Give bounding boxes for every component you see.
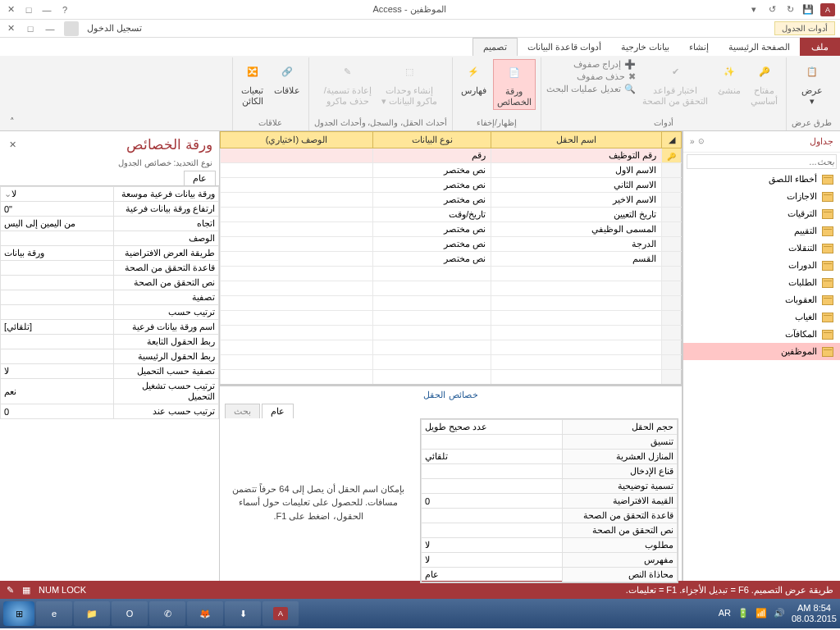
- cell-fieldname[interactable]: الاسم الاخير: [491, 193, 662, 208]
- indexes-button[interactable]: ⚡فهارس: [458, 59, 490, 98]
- propsheet-row[interactable]: ترتيب حسب: [1, 305, 219, 320]
- propsheet-value[interactable]: 0: [1, 404, 114, 419]
- propsheet-table[interactable]: ورقة بيانات فرعية موسعةلا ⌄ارتفاع ورقة ب…: [0, 186, 219, 419]
- cell-fieldname[interactable]: رقم التوظيف: [491, 148, 662, 163]
- nav-item[interactable]: الموظفين: [683, 343, 840, 360]
- row-selector[interactable]: [662, 208, 682, 222]
- view-design-icon[interactable]: ✎: [7, 585, 14, 596]
- cell-description[interactable]: [221, 237, 373, 252]
- fieldprop-value[interactable]: [422, 435, 563, 450]
- cell-datatype[interactable]: نص مختصر: [372, 222, 491, 237]
- view-datasheet-icon[interactable]: ▦: [22, 585, 30, 596]
- taskbar-idm-icon[interactable]: ⬇: [225, 601, 261, 626]
- customize-qat-icon[interactable]: ▾: [748, 4, 760, 16]
- nav-dropdown-icon[interactable]: ⊙: [698, 137, 705, 146]
- taskbar-firefox-icon[interactable]: 🦊: [187, 601, 223, 626]
- nav-shutter-icon[interactable]: «: [690, 137, 695, 146]
- cell-description[interactable]: [221, 178, 373, 193]
- tab-design[interactable]: تصميم: [472, 38, 518, 56]
- propsheet-row[interactable]: قاعدة التحقق من الصحة: [1, 261, 219, 276]
- propsheet-value[interactable]: [1, 335, 114, 349]
- field-row[interactable]: الاسم الثانينص مختصر: [221, 178, 682, 193]
- propsheet-row[interactable]: ترتيب حسب تشغيل التحميلنعم: [1, 379, 219, 404]
- cell-description[interactable]: [221, 163, 373, 178]
- delete-rows-button[interactable]: ✖حذف صفوف: [577, 71, 636, 82]
- test-rules-button[interactable]: ✔اختبار قواعد التحقق من الصحة: [639, 59, 711, 108]
- col-datatype[interactable]: نوع البيانات: [372, 132, 491, 148]
- view-button[interactable]: 📋عرض▾: [797, 59, 827, 108]
- propsheet-value[interactable]: [1, 276, 114, 290]
- propsheet-close-icon[interactable]: ✕: [7, 139, 18, 151]
- field-row-empty[interactable]: [221, 326, 682, 340]
- nav-item[interactable]: العقوبات: [683, 291, 840, 308]
- battery-icon[interactable]: 🔋: [737, 608, 749, 619]
- cell-fieldname[interactable]: تاريخ التعيين: [491, 208, 662, 222]
- nav-item[interactable]: المكافآت: [683, 326, 840, 343]
- nav-item[interactable]: أخطاء اللصق: [683, 171, 840, 188]
- nav-item[interactable]: التقييم: [683, 222, 840, 240]
- field-row[interactable]: الاسم الاولنص مختصر: [221, 163, 682, 178]
- propsheet-row[interactable]: الوصف: [1, 231, 219, 246]
- field-row[interactable]: الدرجةنص مختصر: [221, 237, 682, 252]
- taskbar-opera-icon[interactable]: O: [112, 601, 148, 626]
- propsheet-row[interactable]: نص التحقق من الصحة: [1, 276, 219, 290]
- fieldprop-row[interactable]: محاذاة النصعام: [422, 568, 678, 582]
- cell-fieldname[interactable]: الدرجة: [491, 237, 662, 252]
- fieldprop-value[interactable]: عام: [422, 568, 563, 582]
- cell-description[interactable]: [221, 193, 373, 208]
- row-selector[interactable]: [662, 163, 682, 178]
- fieldprop-row[interactable]: تسمية توضيحية: [422, 479, 678, 494]
- lang-indicator[interactable]: AR: [719, 608, 731, 619]
- start-button[interactable]: ⊞: [3, 601, 34, 626]
- field-props-table[interactable]: حجم الحقلعدد صحيح طويلتنسيقالمنازل العشر…: [421, 419, 678, 582]
- propsheet-value[interactable]: [1, 290, 114, 305]
- row-selector[interactable]: [662, 237, 682, 252]
- field-row[interactable]: 🔑رقم التوظيفرقم: [221, 148, 682, 163]
- cell-description[interactable]: [221, 148, 373, 163]
- relationships-button[interactable]: 🔗علاقات: [271, 59, 304, 98]
- fieldprop-value[interactable]: [422, 509, 563, 523]
- propsheet-row[interactable]: اتجاهمن اليمين إلى اليس: [1, 217, 219, 231]
- redo-icon[interactable]: ↻: [784, 4, 796, 16]
- signin-link[interactable]: تسجيل الدخول: [87, 23, 142, 34]
- minimize-icon[interactable]: —: [41, 4, 52, 16]
- cell-datatype[interactable]: نص مختصر: [372, 193, 491, 208]
- cell-datatype[interactable]: نص مختصر: [372, 178, 491, 193]
- nav-item[interactable]: الترقيات: [683, 205, 840, 222]
- propsheet-value[interactable]: [تلقائي]: [1, 320, 114, 335]
- tab-external[interactable]: بيانات خارجية: [611, 39, 679, 56]
- field-row[interactable]: المسمى الوظيفينص مختصر: [221, 222, 682, 237]
- propsheet-value[interactable]: [1, 305, 114, 320]
- field-row-empty[interactable]: [221, 281, 682, 296]
- taskbar-viber-icon[interactable]: ✆: [149, 601, 185, 626]
- tab-file[interactable]: ملف: [800, 38, 840, 56]
- fieldprop-row[interactable]: مفهرسلا: [422, 553, 678, 568]
- propsheet-value[interactable]: ورقة بيانات: [1, 246, 114, 261]
- col-fieldname[interactable]: اسم الحقل: [491, 132, 662, 148]
- fieldprop-value[interactable]: لا: [422, 553, 563, 568]
- fieldprop-row[interactable]: مطلوبلا: [422, 538, 678, 553]
- propsheet-row[interactable]: ارتفاع ورقة بيانات فرعية0": [1, 202, 219, 217]
- propsheet-value[interactable]: [1, 261, 114, 276]
- field-row-empty[interactable]: [221, 311, 682, 326]
- tab-create[interactable]: إنشاء: [679, 39, 719, 56]
- cell-description[interactable]: [221, 252, 373, 267]
- propsheet-value[interactable]: [1, 231, 114, 246]
- row-selector-header[interactable]: ◢: [662, 132, 682, 148]
- avatar-icon[interactable]: [64, 21, 79, 36]
- cell-datatype[interactable]: تاريخ/وقت: [372, 208, 491, 222]
- help-icon[interactable]: ?: [59, 4, 71, 16]
- tab-general[interactable]: عام: [262, 404, 294, 418]
- propsheet-row[interactable]: ورقة بيانات فرعية موسعةلا ⌄: [1, 187, 219, 202]
- cell-datatype[interactable]: نص مختصر: [372, 163, 491, 178]
- maximize-icon[interactable]: □: [23, 4, 34, 16]
- propsheet-row[interactable]: ربط الحقول التابعة: [1, 335, 219, 349]
- doc-minimize-icon[interactable]: —: [44, 23, 56, 34]
- nav-item[interactable]: الطلبات: [683, 274, 840, 291]
- collapse-ribbon-icon[interactable]: ˄: [7, 116, 18, 127]
- doc-close-icon[interactable]: ✕: [5, 23, 16, 34]
- fieldprop-row[interactable]: تنسيق: [422, 435, 678, 450]
- doc-restore-icon[interactable]: □: [25, 23, 36, 34]
- field-row-empty[interactable]: [221, 296, 682, 311]
- propsheet-row[interactable]: ترتيب حسب عند0: [1, 404, 219, 419]
